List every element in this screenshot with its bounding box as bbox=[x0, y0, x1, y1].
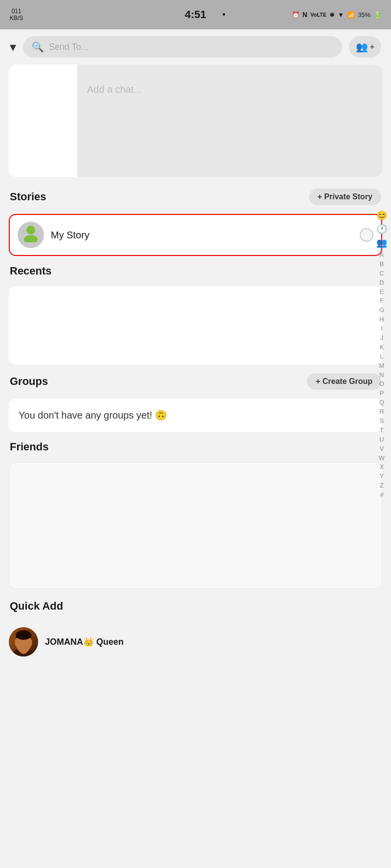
alpha-U[interactable]: U bbox=[379, 436, 384, 444]
alpha-Q[interactable]: Q bbox=[379, 399, 384, 407]
alpha-H[interactable]: H bbox=[379, 316, 384, 324]
search-placeholder: Send To... bbox=[49, 42, 88, 52]
chat-area[interactable]: Add a chat... bbox=[9, 64, 382, 177]
stories-title: Stories bbox=[10, 191, 46, 203]
alpha-B[interactable]: B bbox=[380, 260, 384, 269]
add-friends-group-icon: 👥 bbox=[356, 41, 368, 53]
recents-section-header: Recents bbox=[0, 260, 391, 282]
my-story-radio[interactable] bbox=[360, 228, 373, 242]
alpha-P[interactable]: P bbox=[380, 389, 384, 398]
alpha-A[interactable]: A bbox=[380, 251, 384, 259]
svg-point-0 bbox=[26, 226, 35, 234]
chat-placeholder-text: Add a chat... bbox=[77, 74, 152, 105]
alpha-W[interactable]: W bbox=[379, 454, 385, 463]
stories-section-header: Stories + Private Story bbox=[0, 184, 391, 210]
alpha-K[interactable]: K bbox=[380, 343, 384, 352]
quick-add-title: Quick Add bbox=[10, 600, 381, 613]
alarm-icon: ⏰ bbox=[292, 11, 300, 19]
alpha-D[interactable]: D bbox=[379, 279, 384, 287]
alpha-I[interactable]: I bbox=[381, 325, 383, 333]
alpha-X[interactable]: X bbox=[380, 463, 384, 471]
add-friends-button[interactable]: 👥 + bbox=[349, 36, 381, 58]
status-right-icons: ⏰ N VoLTE ✱ ▼ 📶 35% 🔋 bbox=[292, 11, 381, 19]
svg-point-1 bbox=[24, 235, 38, 242]
private-story-button[interactable]: + Private Story bbox=[309, 189, 382, 205]
alpha-M[interactable]: M bbox=[379, 362, 385, 370]
alpha-C[interactable]: C bbox=[379, 270, 384, 278]
friends-title: Friends bbox=[10, 441, 48, 453]
alpha-L[interactable]: L bbox=[380, 353, 383, 361]
person-icon bbox=[22, 224, 40, 246]
groups-empty-text: You don't have any groups yet! 🙃 bbox=[19, 410, 167, 421]
people-icon: 👥 bbox=[376, 237, 387, 248]
alpha-V[interactable]: V bbox=[380, 445, 384, 453]
recents-title: Recents bbox=[10, 265, 52, 277]
clock-icon: 🕐 bbox=[376, 224, 387, 234]
search-bar[interactable]: 🔍 Send To... bbox=[23, 36, 342, 58]
status-left-icons: 011KB/S bbox=[10, 8, 23, 22]
recents-box bbox=[9, 286, 382, 364]
data-speed-label: 011KB/S bbox=[10, 8, 23, 22]
alpha-O[interactable]: O bbox=[379, 380, 384, 388]
search-icon: 🔍 bbox=[32, 41, 44, 53]
status-bar: 011KB/S 4:51 • ⏰ N VoLTE ✱ ▼ 📶 35% 🔋 bbox=[0, 0, 391, 29]
alpha-G[interactable]: G bbox=[379, 306, 384, 315]
alpha-J[interactable]: J bbox=[380, 334, 384, 342]
groups-title: Groups bbox=[10, 375, 48, 388]
alpha-S[interactable]: S bbox=[380, 417, 384, 425]
battery-pct: 35% bbox=[358, 11, 370, 19]
my-story-name: My Story bbox=[51, 230, 353, 241]
friends-section-header: Friends bbox=[0, 436, 391, 458]
alpha-N[interactable]: N bbox=[379, 371, 384, 380]
alpha-T[interactable]: T bbox=[380, 426, 384, 435]
groups-empty-message: You don't have any groups yet! 🙃 bbox=[9, 399, 382, 432]
create-group-button[interactable]: + Create Group bbox=[307, 373, 381, 390]
signal-icon: 📶 bbox=[347, 11, 355, 19]
groups-section-header: Groups + Create Group bbox=[0, 368, 391, 395]
search-row: ▾ 🔍 Send To... 👥 + bbox=[0, 29, 391, 64]
add-friends-plus-icon: + bbox=[370, 42, 374, 51]
avatar-image bbox=[9, 627, 38, 656]
alpha-Z[interactable]: Z bbox=[380, 482, 384, 490]
volte-icon: VoLTE bbox=[310, 12, 326, 18]
battery-icon: 🔋 bbox=[373, 11, 381, 19]
quick-add-person-name: JOMANA👑 Queen bbox=[45, 636, 382, 647]
quick-add-avatar bbox=[9, 627, 38, 656]
wifi-icon: ▼ bbox=[338, 11, 344, 19]
emoji-face-icon: 😊 bbox=[376, 210, 387, 221]
status-time: 4:51 bbox=[185, 8, 206, 21]
alpha-hash[interactable]: # bbox=[380, 491, 383, 499]
friends-box bbox=[9, 462, 382, 589]
my-story-avatar bbox=[18, 222, 44, 248]
status-notification-dot: • bbox=[222, 10, 225, 20]
chevron-down-icon[interactable]: ▾ bbox=[10, 40, 16, 55]
chat-thumbnail bbox=[9, 64, 77, 177]
nfc-icon: N bbox=[303, 11, 307, 19]
alpha-F[interactable]: F bbox=[380, 297, 384, 305]
alpha-R[interactable]: R bbox=[379, 408, 384, 416]
alpha-E[interactable]: E bbox=[380, 288, 384, 296]
alpha-Y[interactable]: Y bbox=[380, 472, 384, 481]
quick-add-section: Quick Add bbox=[0, 593, 391, 621]
quick-add-item[interactable]: JOMANA👑 Queen bbox=[0, 621, 391, 662]
bluetooth-icon: ✱ bbox=[329, 11, 335, 19]
alphabet-index: 😊 🕐 👥 A B C D E F G H I J K L M N O P Q … bbox=[376, 210, 387, 499]
my-story-item[interactable]: My Story bbox=[9, 214, 382, 256]
